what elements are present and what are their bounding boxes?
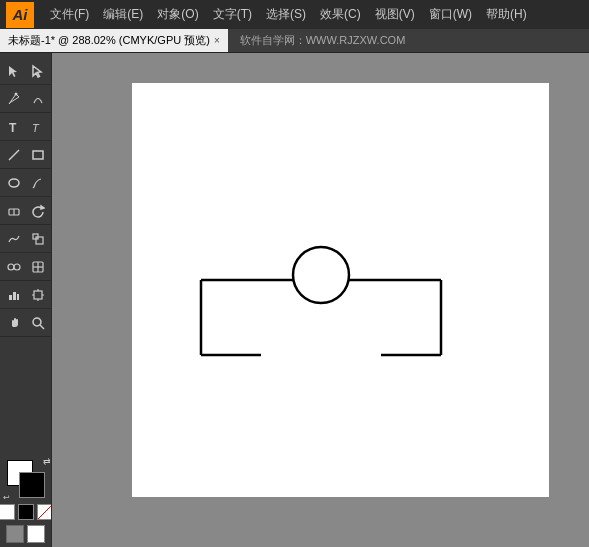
- menu-effect[interactable]: 效果(C): [314, 4, 367, 25]
- svg-rect-12: [36, 237, 43, 244]
- tab-bar: 未标题-1* @ 288.02% (CMYK/GPU 预览) × 软件自学网：W…: [0, 29, 589, 53]
- color-section: ⇄ ↩: [0, 452, 52, 547]
- stroke-color[interactable]: [19, 472, 45, 498]
- swap-colors-icon[interactable]: ⇄: [43, 456, 51, 466]
- line-segment-tool[interactable]: [2, 143, 25, 166]
- tab-label: 未标题-1* @ 288.02% (CMYK/GPU 预览): [8, 33, 210, 48]
- tab-close-button[interactable]: ×: [214, 35, 220, 46]
- ai-logo-text: Ai: [13, 6, 28, 23]
- svg-marker-0: [9, 66, 17, 77]
- direct-selection-tool[interactable]: [26, 59, 49, 82]
- curvature-tool[interactable]: [26, 87, 49, 110]
- svg-rect-19: [9, 295, 12, 300]
- svg-point-35: [293, 247, 349, 303]
- svg-line-28: [40, 325, 44, 329]
- selection-tool[interactable]: [2, 59, 25, 82]
- menu-help[interactable]: 帮助(H): [480, 4, 533, 25]
- scale-tool[interactable]: [26, 227, 49, 250]
- column-graph-tool[interactable]: [2, 283, 25, 306]
- canvas-area[interactable]: [52, 53, 589, 547]
- menu-type[interactable]: 文字(T): [207, 4, 258, 25]
- main-area: T T: [0, 53, 589, 547]
- svg-rect-22: [34, 291, 42, 299]
- ellipse-tools-group: [0, 169, 51, 197]
- selection-tools-group: [0, 57, 51, 85]
- menu-select[interactable]: 选择(S): [260, 4, 312, 25]
- menu-edit[interactable]: 编辑(E): [97, 4, 149, 25]
- svg-text:T: T: [32, 122, 40, 134]
- toolbar: T T: [0, 53, 52, 547]
- color-boxes: ⇄ ↩: [7, 460, 45, 498]
- svg-point-2: [14, 92, 17, 95]
- color-mode-row: [0, 504, 52, 520]
- extra-swatch-2[interactable]: [27, 525, 45, 543]
- pen-tools-group: [0, 85, 51, 113]
- default-colors-icon[interactable]: ↩: [3, 493, 10, 502]
- extra-swatches: [6, 525, 45, 543]
- menu-file[interactable]: 文件(F): [44, 4, 95, 25]
- artboard-tool[interactable]: [26, 283, 49, 306]
- no-color-swatch[interactable]: [37, 504, 53, 520]
- none-color-swatch[interactable]: [0, 504, 15, 520]
- svg-rect-20: [13, 292, 16, 300]
- menu-bar: 文件(F) 编辑(E) 对象(O) 文字(T) 选择(S) 效果(C) 视图(V…: [44, 4, 533, 25]
- svg-line-8: [33, 187, 34, 188]
- tab-site-url: 软件自学网：WWW.RJZXW.COM: [228, 33, 418, 48]
- svg-point-27: [33, 318, 41, 326]
- warp-tool[interactable]: [2, 227, 25, 250]
- eraser-tools-group: [0, 197, 51, 225]
- svg-point-7: [9, 179, 19, 187]
- app-logo: Ai: [6, 2, 34, 28]
- svg-point-15: [14, 264, 20, 270]
- svg-text:T: T: [9, 121, 17, 134]
- drawing-container: [181, 220, 461, 380]
- touch-type-tool[interactable]: T: [26, 115, 49, 138]
- svg-line-5: [9, 150, 19, 160]
- ellipse-tool[interactable]: [2, 171, 25, 194]
- menu-window[interactable]: 窗口(W): [423, 4, 478, 25]
- type-tool[interactable]: T: [2, 115, 25, 138]
- zoom-tool[interactable]: [26, 311, 49, 334]
- active-tab[interactable]: 未标题-1* @ 288.02% (CMYK/GPU 预览) ×: [0, 29, 228, 52]
- artwork-svg: [181, 220, 461, 380]
- shape-tools-group: [0, 253, 51, 281]
- extra-swatch-1[interactable]: [6, 525, 24, 543]
- svg-point-14: [8, 264, 14, 270]
- eraser-tool[interactable]: [2, 199, 25, 222]
- rectangle-tool[interactable]: [26, 143, 49, 166]
- svg-rect-6: [33, 151, 43, 159]
- rotate-tool[interactable]: [26, 199, 49, 222]
- shape-builder-tool[interactable]: [2, 255, 25, 278]
- type-tools-group: T T: [0, 113, 51, 141]
- transform-tools-group: [0, 225, 51, 253]
- live-paint-tool[interactable]: [26, 255, 49, 278]
- hand-tool[interactable]: [2, 311, 25, 334]
- navigation-tools-group: [0, 309, 51, 337]
- pen-tool[interactable]: [2, 87, 25, 110]
- graph-tools-group: [0, 281, 51, 309]
- svg-rect-21: [17, 294, 19, 300]
- title-bar: Ai 文件(F) 编辑(E) 对象(O) 文字(T) 选择(S) 效果(C) 视…: [0, 0, 589, 29]
- pencil-tool[interactable]: [26, 171, 49, 194]
- line-tools-group: [0, 141, 51, 169]
- menu-object[interactable]: 对象(O): [151, 4, 204, 25]
- menu-view[interactable]: 视图(V): [369, 4, 421, 25]
- black-color-swatch[interactable]: [18, 504, 34, 520]
- svg-marker-11: [41, 206, 44, 209]
- svg-marker-1: [33, 66, 41, 77]
